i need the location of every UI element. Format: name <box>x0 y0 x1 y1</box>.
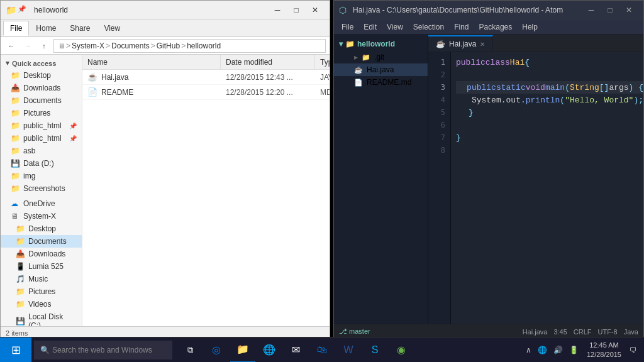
col-header-date[interactable]: Date modified <box>221 55 315 69</box>
sidebar-item-videos[interactable]: 📁 Videos <box>1 298 82 310</box>
word-icon[interactable]: W <box>336 337 361 363</box>
param-args: args <box>609 83 628 92</box>
ie-icon[interactable]: 🌐 <box>257 337 282 363</box>
sidebar-item-public-html-2[interactable]: 📁 public_html 📌 <box>1 132 82 145</box>
menu-edit[interactable]: Edit <box>358 19 382 34</box>
explorer-address-bar: ← → ↑ 🖥 > System-X > Documents > GitHub … <box>1 37 330 55</box>
minimize-button[interactable]: ─ <box>268 1 287 19</box>
ribbon-tab-home[interactable]: Home <box>29 21 63 36</box>
store-icon[interactable]: 🛍 <box>309 337 335 363</box>
sidebar-item-screenshots[interactable]: 📁 Screenshots <box>1 182 82 195</box>
edge-icon[interactable]: ◎ <box>204 337 229 363</box>
atom-minimize-button[interactable]: ─ <box>582 1 601 19</box>
menu-file[interactable]: File <box>336 19 358 34</box>
skype-icon[interactable]: S <box>362 337 387 363</box>
menu-find[interactable]: Find <box>449 19 474 34</box>
tree-item-git[interactable]: ▸ 📁 .git <box>334 51 428 63</box>
sidebar-item-onedrive[interactable]: ☁ OneDrive <box>1 197 82 210</box>
table-row[interactable]: 📄 README 12/28/2015 12:20 ... MD File <box>82 85 330 100</box>
close-brace-outer: } <box>456 133 461 143</box>
sidebar-item-datad[interactable]: 💾 Data (D:) <box>1 157 82 170</box>
back-button[interactable]: ← <box>4 39 18 53</box>
address-path[interactable]: 🖥 > System-X > Documents > GitHub > hell… <box>53 39 326 53</box>
phone-icon: 📱 <box>16 262 25 271</box>
tab-close-icon[interactable]: ✕ <box>480 41 485 48</box>
taskbar-pinned-icons: ⧉ ◎ 📁 🌐 ✉ 🛍 W S ◉ <box>177 337 414 363</box>
folder-icon: 📁 <box>11 96 19 105</box>
notification-icon[interactable]: 🗨 <box>628 346 639 354</box>
col-header-type[interactable]: Type <box>315 55 330 69</box>
quick-access-section: ▾ Quick access 📁 Desktop 📥 Downloads 📁 D… <box>1 57 82 195</box>
status-encoding: UTF-8 <box>598 328 618 336</box>
sidebar-item-downloads[interactable]: 📥 Downloads <box>1 82 82 94</box>
close-button[interactable]: ✕ <box>306 1 325 19</box>
table-row[interactable]: ☕ Hai.java 12/28/2015 12:43 ... JAVA Fil… <box>82 70 330 85</box>
sidebar-item-computer[interactable]: 🖥 System-X <box>1 210 82 222</box>
ribbon-tab-share[interactable]: Share <box>63 21 97 36</box>
code-content[interactable]: public class Hai { public static void ma… <box>451 52 643 324</box>
path-github[interactable]: GitHub <box>157 41 180 50</box>
path-documents[interactable]: Documents <box>111 41 150 50</box>
tray-clock[interactable]: 12:45 AM 12/28/2015 <box>583 341 625 359</box>
explorer-main: ▾ Quick access 📁 Desktop 📥 Downloads 📁 D… <box>1 55 330 326</box>
ribbon-tab-file[interactable]: File <box>3 21 29 36</box>
menu-packages[interactable]: Packages <box>474 19 518 34</box>
tray-network-icon[interactable]: 🌐 <box>536 346 549 354</box>
sidebar-item-public-html-1[interactable]: 📁 public_html 📌 <box>1 119 82 132</box>
sidebar-item-img[interactable]: 📁 img <box>1 170 82 182</box>
path-system-x[interactable]: System-X <box>72 41 104 50</box>
quick-access-arrow: ▾ <box>6 59 9 67</box>
tree-item-readme[interactable]: 📄 README.md <box>334 76 428 89</box>
mail-icon[interactable]: ✉ <box>283 337 308 363</box>
atom-close-button[interactable]: ✕ <box>619 1 638 19</box>
tray-battery-icon[interactable]: 🔋 <box>567 346 580 354</box>
sidebar-item-comp-downloads[interactable]: 📥 Downloads <box>1 248 82 260</box>
sidebar-item-local-disk-c[interactable]: 💾 Local Disk (C:) <box>1 310 82 326</box>
maximize-button[interactable]: □ <box>287 1 306 19</box>
type-string: String <box>570 83 599 92</box>
tray-volume-icon[interactable]: 🔊 <box>552 346 565 354</box>
sidebar-item-desktop[interactable]: 📁 Desktop <box>1 69 82 82</box>
sidebar-item-pictures[interactable]: 📁 Pictures <box>1 107 82 119</box>
tree-item-haijava[interactable]: ☕ Hai.java <box>334 63 428 76</box>
code-line-2 <box>456 69 643 81</box>
sidebar-item-music[interactable]: 🎵 Music <box>1 273 82 285</box>
sidebar-item-asb[interactable]: 📁 asb <box>1 145 82 157</box>
menu-help[interactable]: Help <box>517 19 543 34</box>
quick-access-header[interactable]: ▾ Quick access <box>1 57 82 69</box>
tree-root-folder[interactable]: ▾ 📁 helloworld <box>334 37 428 51</box>
col-header-name[interactable]: Name <box>82 55 221 69</box>
start-button[interactable]: ⊞ <box>0 337 31 363</box>
forward-button[interactable]: → <box>21 39 35 53</box>
ribbon-tab-view[interactable]: View <box>97 21 127 36</box>
up-button[interactable]: ↑ <box>37 39 51 53</box>
taskbar-search[interactable]: 🔍 Search the web and Windows <box>34 341 172 359</box>
code-editor[interactable]: 1 2 3 4 5 6 7 8 public class Hai { <box>428 52 643 324</box>
code-line-1: public class Hai { <box>456 56 643 69</box>
tree-folder-icon: 📁 <box>345 40 355 48</box>
menu-view[interactable]: View <box>382 19 408 34</box>
task-view-button[interactable]: ⧉ <box>177 337 203 363</box>
tray-up-arrow[interactable]: ∧ <box>524 346 533 354</box>
atom-maximize-button[interactable]: □ <box>601 1 619 19</box>
pin-icon[interactable]: 📌 <box>18 5 28 15</box>
folder-icon: 🎵 <box>16 275 25 283</box>
status-grammar: Java <box>624 328 638 336</box>
tab-haijava[interactable]: ☕ Hai.java ✕ <box>428 35 493 52</box>
extra-icon[interactable]: ◉ <box>389 337 414 363</box>
code-line-7: } <box>456 131 643 144</box>
folder-yellow-icon: 📁 <box>6 5 16 15</box>
sidebar-item-documents[interactable]: 📁 Documents <box>1 94 82 107</box>
keyword-class: class <box>486 58 510 67</box>
sidebar-item-comp-documents[interactable]: 📁 Documents <box>1 235 82 248</box>
line-num-7: 7 <box>428 131 450 144</box>
sidebar-item-comp-desktop[interactable]: 📁 Desktop <box>1 222 82 235</box>
explorer-taskbar-icon[interactable]: 📁 <box>230 337 255 363</box>
path-helloworld[interactable]: helloworld <box>187 41 221 50</box>
sidebar-item-comp-pictures[interactable]: 📁 Pictures <box>1 285 82 298</box>
sidebar-item-lumia[interactable]: 📱 Lumia 525 <box>1 260 82 273</box>
line-num-8: 8 <box>428 144 450 156</box>
menu-selection[interactable]: Selection <box>408 19 449 34</box>
class-name: Hai <box>510 58 525 67</box>
folder-icon: 📁 <box>16 237 25 246</box>
